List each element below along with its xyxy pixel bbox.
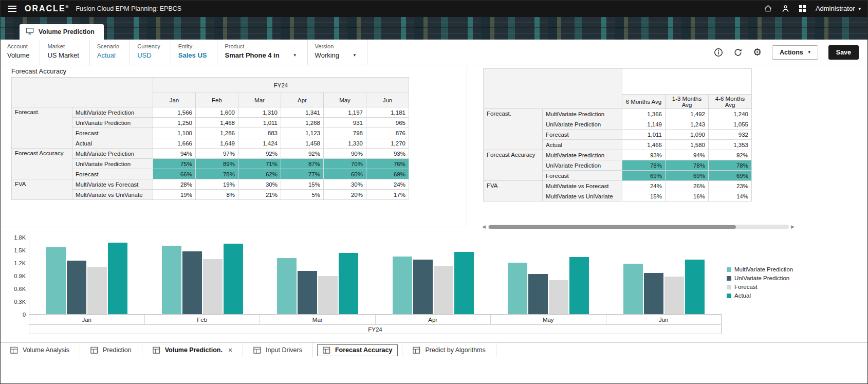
grid-data-cell[interactable]: 1,250 bbox=[153, 118, 196, 128]
grid-data-cell[interactable]: 1,424 bbox=[238, 138, 281, 149]
info-icon[interactable] bbox=[714, 48, 723, 57]
grid-data-cell[interactable]: 75% bbox=[153, 159, 196, 169]
grid-data-cell[interactable]: 1,100 bbox=[153, 128, 196, 138]
grid-data-cell[interactable]: 1,330 bbox=[324, 138, 366, 149]
grid-data-cell[interactable]: 1,341 bbox=[281, 107, 324, 118]
grid-data-cell[interactable]: 931 bbox=[324, 118, 366, 128]
grid-data-cell[interactable]: 16% bbox=[666, 191, 709, 202]
grid-data-cell[interactable]: 1,468 bbox=[196, 118, 238, 128]
grid-data-cell[interactable]: 1,011 bbox=[238, 118, 281, 128]
horizontal-scrollbar[interactable]: ◀ ▶ bbox=[482, 224, 795, 229]
pov-item-account[interactable]: AccountVolume bbox=[0, 40, 40, 65]
grid-column-header[interactable]: 1-3 Months Avg bbox=[666, 95, 709, 109]
grid-data-cell[interactable]: 78% bbox=[666, 160, 709, 171]
app-grid-icon[interactable] bbox=[799, 5, 806, 12]
grid-data-cell[interactable]: 1,310 bbox=[238, 107, 281, 118]
grid-data-cell[interactable]: 17% bbox=[366, 190, 409, 200]
grid-data-cell[interactable]: 77% bbox=[281, 169, 324, 179]
grid-column-header[interactable]: Jun bbox=[366, 93, 409, 107]
grid-data-cell[interactable]: 883 bbox=[238, 128, 281, 138]
grid-data-cell[interactable]: 92% bbox=[709, 150, 752, 160]
grid-data-cell[interactable]: 20% bbox=[324, 190, 366, 200]
grid-column-header[interactable]: 4-6 Months Avg bbox=[709, 95, 752, 109]
grid-data-cell[interactable]: 24% bbox=[366, 179, 409, 190]
grid-data-cell[interactable]: 97% bbox=[196, 149, 238, 159]
grid-data-cell[interactable]: 1,286 bbox=[196, 128, 238, 138]
grid-data-cell[interactable]: 1,197 bbox=[324, 107, 366, 118]
grid-column-header[interactable]: Jan bbox=[153, 93, 196, 107]
grid-data-cell[interactable]: 1,270 bbox=[366, 138, 409, 149]
scrollbar-thumb[interactable] bbox=[489, 225, 736, 229]
grid-data-cell[interactable]: 8% bbox=[196, 190, 238, 200]
scroll-right-icon[interactable]: ▶ bbox=[791, 224, 795, 229]
grid-row-group[interactable]: Forecast. bbox=[12, 107, 72, 149]
grid-row-group[interactable]: FVA bbox=[484, 181, 543, 202]
pov-item-scenario[interactable]: ScenarioActual bbox=[90, 40, 130, 65]
grid-data-cell[interactable]: 1,240 bbox=[709, 109, 752, 119]
grid-column-header[interactable]: Feb bbox=[196, 93, 238, 107]
grid-data-cell[interactable]: 21% bbox=[238, 190, 281, 200]
grid-data-cell[interactable]: 15% bbox=[281, 179, 324, 190]
grid-data-cell[interactable]: 78% bbox=[196, 169, 238, 179]
grid-data-cell[interactable]: 1,055 bbox=[709, 119, 752, 130]
grid-data-cell[interactable]: 26% bbox=[666, 181, 709, 191]
grid-data-cell[interactable]: 19% bbox=[196, 179, 238, 190]
grid-data-cell[interactable]: 90% bbox=[324, 149, 366, 159]
grid-data-cell[interactable]: 89% bbox=[196, 159, 238, 169]
grid-data-cell[interactable]: 1,580 bbox=[666, 140, 709, 150]
grid-data-cell[interactable]: 1,649 bbox=[196, 138, 238, 149]
grid-data-cell[interactable]: 1,181 bbox=[366, 107, 409, 118]
grid-data-cell[interactable]: 69% bbox=[709, 171, 752, 181]
grid-member-cell[interactable]: UniVariate Prediction bbox=[543, 119, 622, 130]
grid-member-cell[interactable]: MultiVariate vs Forecast bbox=[72, 179, 153, 190]
grid-member-cell[interactable]: MultiVariate vs UniVariate bbox=[72, 190, 153, 200]
grid-data-cell[interactable]: 5% bbox=[281, 190, 324, 200]
grid-row-group[interactable]: Forecast Accuracy bbox=[484, 150, 543, 181]
pov-item-currency[interactable]: CurrencyUSD bbox=[130, 40, 171, 65]
pov-member-value[interactable]: Sales US bbox=[178, 51, 207, 59]
grid-member-cell[interactable]: UniVariate Prediction bbox=[72, 159, 153, 169]
hamburger-menu-icon[interactable] bbox=[7, 3, 17, 14]
grid-data-cell[interactable]: 62% bbox=[238, 169, 281, 179]
grid-data-cell[interactable]: 1,600 bbox=[196, 107, 238, 118]
bottom-tab-volume-analysis[interactable]: Volume Analysis bbox=[0, 343, 80, 357]
grid-data-cell[interactable]: 876 bbox=[366, 128, 409, 138]
grid-column-header[interactable]: Apr bbox=[281, 93, 324, 107]
pov-member-value[interactable]: Working bbox=[315, 51, 339, 59]
grid-data-cell[interactable]: 1,666 bbox=[153, 138, 196, 149]
grid-data-cell[interactable]: 92% bbox=[281, 149, 324, 159]
grid-data-cell[interactable]: 14% bbox=[709, 191, 752, 202]
grid-data-cell[interactable]: 19% bbox=[153, 190, 196, 200]
grid-data-cell[interactable]: 76% bbox=[366, 159, 409, 169]
chevron-down-icon[interactable]: ▼ bbox=[293, 53, 297, 58]
actions-button[interactable]: Actions ▾ bbox=[772, 45, 818, 60]
grid-data-cell[interactable]: 1,492 bbox=[666, 109, 709, 119]
grid-data-cell[interactable]: 1,243 bbox=[666, 119, 709, 130]
pov-member-value[interactable]: USD bbox=[137, 51, 151, 59]
grid-row-group[interactable]: Forecast. bbox=[484, 109, 543, 150]
grid-row-group[interactable]: FVA bbox=[12, 179, 72, 200]
grid-data-cell[interactable]: 92% bbox=[238, 149, 281, 159]
grid-data-cell[interactable]: 1,353 bbox=[709, 140, 752, 150]
grid-member-cell[interactable]: MultiVariate Prediction bbox=[72, 107, 153, 118]
accessibility-person-icon[interactable] bbox=[782, 5, 789, 13]
grid-data-cell[interactable]: 69% bbox=[666, 171, 709, 181]
grid-member-cell[interactable]: MultiVariate Prediction bbox=[543, 150, 622, 160]
grid-member-cell[interactable]: Forecast bbox=[543, 171, 622, 181]
grid-member-cell[interactable]: UniVariate Prediction bbox=[72, 118, 153, 128]
grid-column-header[interactable]: Mar bbox=[238, 93, 281, 107]
pov-member-value[interactable]: Smart Phone 4 in bbox=[225, 51, 279, 59]
grid-data-cell[interactable]: 93% bbox=[622, 150, 666, 160]
grid-data-cell[interactable]: 23% bbox=[709, 181, 752, 191]
bottom-tab-prediction[interactable]: Prediction bbox=[80, 343, 142, 357]
bottom-tab-predict-by-algorithms[interactable]: Predict by Algorithms bbox=[402, 343, 496, 357]
grid-data-cell[interactable]: 1,458 bbox=[281, 138, 324, 149]
grid-data-cell[interactable]: 1,466 bbox=[622, 140, 666, 150]
grid-data-cell[interactable]: 965 bbox=[366, 118, 409, 128]
grid-member-cell[interactable]: MultiVariate vs Forecast bbox=[543, 181, 622, 191]
grid-data-cell[interactable]: 1,366 bbox=[622, 109, 666, 119]
grid-data-cell[interactable]: 71% bbox=[238, 159, 281, 169]
home-icon[interactable] bbox=[764, 4, 772, 13]
grid-column-header[interactable]: May bbox=[324, 93, 366, 107]
grid-member-cell[interactable]: Forecast bbox=[543, 130, 622, 140]
